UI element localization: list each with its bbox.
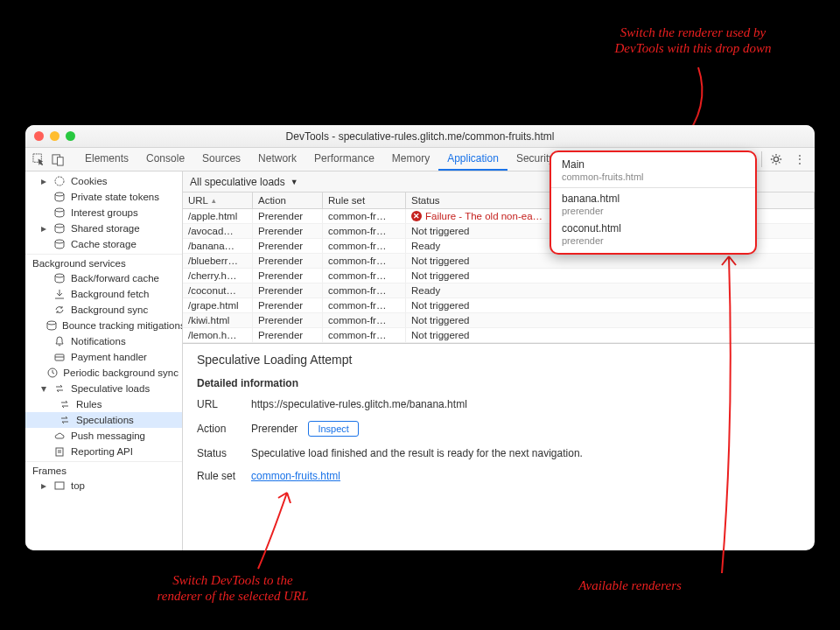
expand-icon: ▸ (41, 175, 48, 187)
col-ruleset[interactable]: Rule set (323, 192, 406, 208)
sidebar-item-label: Bounce tracking mitigations (62, 320, 183, 331)
sidebar-item-push[interactable]: Push messaging (25, 428, 182, 444)
annotation-inspect: Switch DevTools to the renderer of the s… (136, 572, 329, 604)
sidebar-item-periodic[interactable]: Periodic background sync (25, 365, 182, 381)
arrow-inspect (254, 486, 306, 573)
sidebar-section-bg: Background services (25, 254, 182, 270)
sidebar-item-bgsync[interactable]: Background sync (25, 302, 182, 318)
svg-rect-17 (55, 482, 64, 489)
detail-heading: Speculative Loading Attempt (197, 353, 801, 367)
dropdown-main[interactable]: Main (551, 156, 755, 172)
cloud-icon (53, 430, 66, 442)
cell-ruleset: common-fr… (323, 209, 406, 223)
renderer-dropdown[interactable]: Main common-fruits.html banana.html prer… (550, 150, 757, 255)
sidebar-item-label: Cookies (71, 176, 108, 186)
cell-url: /banana… (183, 239, 253, 253)
application-sidebar: ▸Cookies Private state tokens Interest g… (25, 172, 183, 550)
settings-icon[interactable] (766, 153, 787, 165)
cell-url: /lemon.h… (183, 328, 253, 342)
expand-icon: ▾ (41, 382, 48, 395)
cell-ruleset: common-fr… (323, 313, 406, 327)
cell-status: Not triggered (406, 313, 815, 327)
cell-ruleset: common-fr… (323, 284, 406, 298)
sidebar-item-label: Cache storage (71, 239, 136, 249)
dropdown-item-coconut[interactable]: coconut.html (551, 220, 755, 235)
sidebar-item-bgfetch[interactable]: Background fetch (25, 286, 182, 302)
dropdown-item-sub: prerender (551, 206, 755, 220)
filter-label: All speculative loads (190, 176, 285, 188)
tab-network[interactable]: Network (249, 148, 305, 171)
sidebar-item-pst[interactable]: Private state tokens (25, 189, 182, 205)
arrow-renderers (713, 249, 748, 578)
tab-elements[interactable]: Elements (76, 148, 137, 171)
sidebar-item-shared[interactable]: ▸Shared storage (25, 220, 182, 236)
cell-url: /avocad… (183, 224, 253, 238)
panel-tabs: Elements Console Sources Network Perform… (76, 148, 586, 171)
sidebar-item-bounce[interactable]: Bounce tracking mitigations (25, 318, 182, 333)
dropdown-item-sub: prerender (551, 235, 755, 249)
sidebar-item-cookies[interactable]: ▸Cookies (25, 173, 182, 189)
cell-ruleset: common-fr… (323, 269, 406, 283)
db-icon (53, 222, 66, 234)
sidebar-item-label: Payment handler (71, 352, 147, 362)
sidebar-item-reporting[interactable]: Reporting API (25, 444, 182, 459)
cell-ruleset: common-fr… (323, 298, 406, 312)
url-label: URL (197, 398, 241, 410)
expand-icon: ▸ (41, 222, 48, 234)
col-url[interactable]: URL▴ (183, 192, 253, 208)
status-label: Status (197, 447, 241, 459)
more-icon[interactable]: ⋮ (790, 153, 809, 165)
sidebar-item-rules[interactable]: Rules (25, 396, 182, 412)
tab-performance[interactable]: Performance (305, 148, 383, 171)
detail-ruleset-link[interactable]: common-fruits.html (251, 470, 340, 482)
cell-status: Not triggered (406, 328, 815, 342)
sidebar-item-notifications[interactable]: Notifications (25, 333, 182, 349)
dropdown-main-sub: common-fruits.html (551, 172, 755, 186)
dropdown-item-banana[interactable]: banana.html (551, 190, 755, 206)
svg-point-7 (55, 224, 64, 228)
frame-icon (53, 480, 66, 492)
svg-point-5 (55, 192, 64, 196)
sidebar-item-payment[interactable]: Payment handler (25, 349, 182, 365)
detail-action: Prerender (251, 423, 298, 435)
db-icon (53, 238, 66, 250)
sidebar-item-topframe[interactable]: ▸top (25, 478, 182, 494)
swap-icon (53, 382, 66, 395)
clock-icon (47, 367, 58, 379)
sidebar-item-label: top (71, 480, 85, 491)
detail-url: https://speculative-rules.glitch.me/bana… (251, 398, 467, 410)
cell-action: Prerender (253, 298, 323, 312)
bell-icon (53, 335, 66, 347)
cell-ruleset: common-fr… (323, 254, 406, 268)
cell-status: Ready (406, 284, 815, 298)
detail-status: Speculative load finished and the result… (251, 447, 583, 459)
report-icon (53, 445, 66, 458)
detail-subheading: Detailed information (197, 377, 801, 389)
cell-url: /cherry.h… (183, 269, 253, 283)
cell-action: Prerender (253, 313, 323, 327)
sidebar-item-speculative[interactable]: ▾Speculative loads (25, 381, 182, 396)
sort-icon: ▴ (212, 196, 216, 205)
sidebar-item-label: Speculations (76, 415, 134, 425)
tab-application[interactable]: Application (438, 148, 508, 171)
svg-point-3 (774, 157, 778, 161)
sidebar-item-cache[interactable]: Cache storage (25, 236, 182, 252)
col-action[interactable]: Action (253, 192, 323, 208)
inspect-icon[interactable] (31, 151, 46, 167)
inspect-button[interactable]: Inspect (308, 421, 358, 437)
tab-memory[interactable]: Memory (383, 148, 438, 171)
device-icon[interactable] (50, 151, 66, 167)
sidebar-item-interest[interactable]: Interest groups (25, 205, 182, 220)
cell-ruleset: common-fr… (323, 224, 406, 238)
titlebar: DevTools - speculative-rules.glitch.me/c… (25, 125, 815, 148)
sidebar-item-bfcache[interactable]: Back/forward cache (25, 270, 182, 286)
tab-sources[interactable]: Sources (193, 148, 249, 171)
sidebar-item-speculations[interactable]: Speculations (25, 412, 182, 428)
svg-point-8 (55, 240, 64, 243)
tab-console[interactable]: Console (137, 148, 193, 171)
sidebar-item-label: Background fetch (71, 289, 150, 299)
window-title: DevTools - speculative-rules.glitch.me/c… (25, 130, 815, 143)
cell-action: Prerender (253, 254, 323, 268)
cell-status: Not triggered (406, 269, 815, 283)
cell-ruleset: common-fr… (323, 239, 406, 253)
